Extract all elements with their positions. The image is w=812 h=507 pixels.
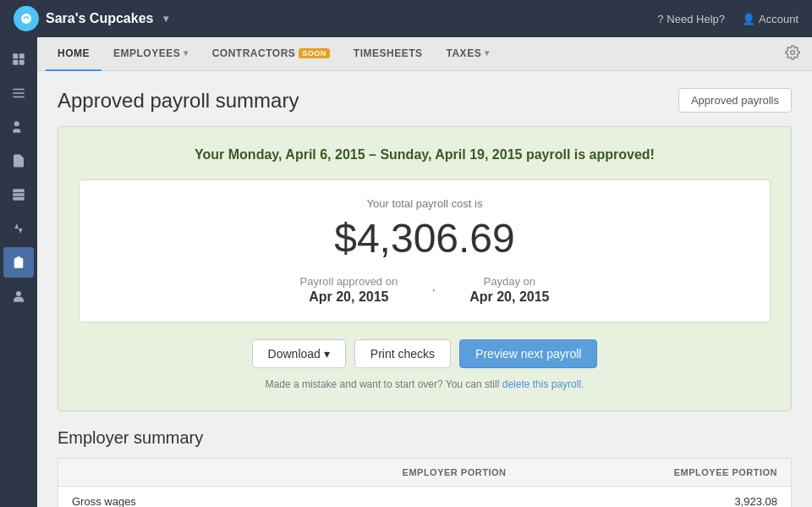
employer-summary-title: Employer summary: [58, 428, 792, 448]
row-employee: 3,923.08: [519, 487, 791, 508]
payday-label: Payday on: [469, 275, 549, 288]
sidebar-item-payroll[interactable]: [3, 247, 34, 278]
svg-rect-7: [13, 96, 25, 98]
brand-logo: [14, 6, 39, 31]
print-checks-button[interactable]: Print checks: [354, 339, 451, 368]
brand-name: Sara's Cupcakes: [46, 11, 153, 26]
sidebar-item-team[interactable]: [3, 281, 34, 311]
sidebar-item-dashboard[interactable]: [3, 44, 34, 74]
tab-timesheets[interactable]: TIMESHEETS: [342, 37, 435, 71]
payroll-cost-panel: Your total payroll cost is $4,306.69 Pay…: [79, 179, 771, 322]
table-row: Gross wages 3,923.08: [58, 487, 792, 508]
svg-rect-9: [13, 189, 25, 201]
sidebar: [0, 37, 37, 507]
sidebar-item-reports[interactable]: [3, 179, 34, 210]
help-link[interactable]: ? Need Help?: [657, 13, 725, 25]
payday-date-col: Payday on Apr 20, 2015: [469, 275, 549, 305]
page-header: Approved payroll summary Approved payrol…: [58, 88, 792, 113]
account-link[interactable]: 👤 Account: [742, 13, 798, 25]
payroll-approved-date-col: Payroll approved on Apr 20, 2015: [300, 275, 398, 305]
approval-box: Your Monday, April 6, 2015 – Sunday, Apr…: [58, 126, 792, 411]
content-area: HOME EMPLOYEES ▾ CONTRACTORS SOON TIMESH…: [37, 37, 812, 507]
svg-point-8: [14, 121, 19, 126]
sidebar-item-chart[interactable]: [3, 213, 34, 244]
taxes-dropdown-icon: ▾: [485, 48, 490, 58]
svg-point-0: [21, 14, 31, 24]
employees-dropdown-icon: ▾: [184, 48, 189, 58]
top-nav: Sara's Cupcakes ▾ ? Need Help? 👤 Account: [0, 0, 812, 37]
brand[interactable]: Sara's Cupcakes ▾: [14, 6, 168, 31]
date-separator: ·: [431, 281, 436, 299]
delete-payroll-link[interactable]: delete this payroll.: [502, 378, 584, 390]
sidebar-item-people[interactable]: [3, 112, 34, 142]
svg-rect-3: [13, 60, 18, 65]
employer-summary-table: EMPLOYER PORTION EMPLOYEE PORTION Gross …: [58, 458, 792, 507]
payroll-approved-date: Apr 20, 2015: [300, 289, 398, 305]
page-title: Approved payroll summary: [58, 89, 299, 113]
sidebar-item-list[interactable]: [3, 78, 34, 108]
svg-rect-1: [13, 53, 18, 58]
tab-employees[interactable]: EMPLOYEES ▾: [102, 37, 200, 71]
svg-point-14: [791, 51, 795, 55]
action-buttons: Download ▾ Print checks Preview next pay…: [79, 339, 771, 368]
tab-taxes[interactable]: TAXES ▾: [435, 37, 502, 71]
contractors-soon-badge: SOON: [299, 48, 330, 58]
row-employer: [248, 487, 519, 508]
cost-amount: $4,306.69: [96, 215, 753, 262]
payroll-approved-label: Payroll approved on: [300, 275, 398, 288]
mistake-text: Made a mistake and want to start over? Y…: [79, 378, 771, 390]
svg-rect-12: [17, 256, 21, 259]
row-label: Gross wages: [58, 487, 249, 508]
cost-label: Your total payroll cost is: [96, 197, 753, 210]
settings-icon[interactable]: [782, 41, 804, 66]
table-header-employer: EMPLOYER PORTION: [248, 459, 519, 487]
svg-rect-2: [19, 53, 25, 58]
account-icon: 👤: [742, 13, 755, 25]
svg-rect-6: [13, 92, 25, 94]
tab-contractors[interactable]: CONTRACTORS SOON: [200, 37, 342, 71]
tab-bar: HOME EMPLOYEES ▾ CONTRACTORS SOON TIMESH…: [37, 37, 812, 71]
sidebar-item-document[interactable]: [3, 146, 34, 176]
approved-payrolls-button[interactable]: Approved payrolls: [678, 88, 792, 113]
svg-rect-5: [13, 89, 25, 91]
payday-date: Apr 20, 2015: [469, 289, 549, 305]
approval-title: Your Monday, April 6, 2015 – Sunday, Apr…: [79, 147, 771, 163]
help-icon: ?: [657, 13, 663, 25]
svg-point-13: [16, 291, 21, 296]
top-nav-actions: ? Need Help? 👤 Account: [657, 13, 798, 25]
download-dropdown-icon: ▾: [324, 347, 330, 361]
table-header-employee: EMPLOYEE PORTION: [519, 459, 791, 487]
tab-home[interactable]: HOME: [46, 37, 102, 71]
main-layout: HOME EMPLOYEES ▾ CONTRACTORS SOON TIMESH…: [0, 37, 812, 507]
brand-dropdown-icon[interactable]: ▾: [163, 13, 168, 25]
svg-rect-4: [19, 60, 25, 65]
table-header-col0: [58, 459, 249, 487]
page-content: Approved payroll summary Approved payrol…: [37, 71, 812, 507]
preview-next-payroll-button[interactable]: Preview next payroll: [459, 339, 597, 368]
download-button[interactable]: Download ▾: [252, 339, 346, 368]
dates-row: Payroll approved on Apr 20, 2015 · Payda…: [96, 275, 753, 305]
